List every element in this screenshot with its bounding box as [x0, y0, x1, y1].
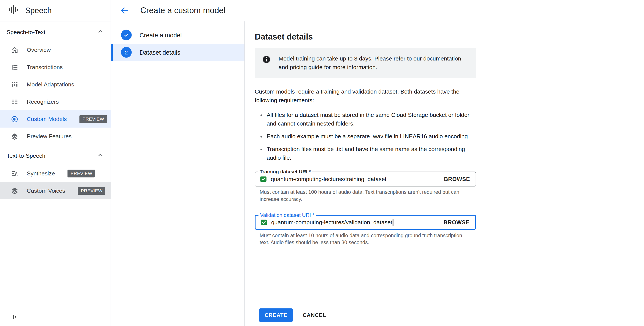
browse-validation-button[interactable]: BROWSE	[444, 219, 470, 226]
custom-models-icon	[10, 115, 18, 123]
sidebar-item-model-adaptations[interactable]: Model Adaptations	[0, 76, 111, 93]
training-dataset-uri-field[interactable]: Training dataset URI * quantum-computing…	[255, 172, 476, 187]
sidebar-item-custom-voices[interactable]: Custom Voices PREVIEW	[0, 182, 111, 199]
layers-icon	[10, 132, 18, 140]
step-label: Dataset details	[140, 49, 180, 56]
section-label: Speech-to-Text	[6, 29, 45, 35]
step-dataset-details[interactable]: 2 Dataset details	[111, 44, 244, 61]
validation-dataset-uri-field[interactable]: Validation dataset URI * quantum-computi…	[255, 215, 476, 230]
recognizers-icon	[10, 98, 18, 106]
info-banner-text: Model training can take up to 3 days. Pl…	[278, 54, 464, 72]
sidebar-item-synthesize[interactable]: Synthesize PREVIEW	[0, 164, 111, 182]
step-number: 2	[121, 47, 132, 58]
sidebar-item-transcriptions[interactable]: Transcriptions	[0, 58, 111, 76]
training-dataset-uri-value[interactable]: quantum-computing-lectures/training_data…	[271, 176, 386, 182]
layers-icon	[10, 186, 18, 195]
sidebar-item-overview[interactable]: Overview	[0, 41, 111, 58]
speech-logo-icon	[8, 4, 19, 17]
validation-dataset-helper-text: Must contain at least 10 hours of audio …	[260, 232, 467, 246]
speech-console-page: Speech Speech-to-Text Overview Transcrip…	[0, 0, 644, 326]
transcriptions-icon	[10, 63, 18, 71]
back-arrow-icon[interactable]	[118, 5, 130, 16]
section-speech-to-text[interactable]: Speech-to-Text	[0, 23, 111, 41]
sidebar-item-label: Synthesize	[27, 170, 55, 176]
sidebar-item-label: Model Adaptations	[27, 81, 74, 88]
synthesize-icon	[10, 169, 18, 177]
model-adaptations-icon	[10, 80, 18, 88]
step-label: Create a model	[140, 32, 182, 38]
home-icon	[10, 46, 18, 54]
step-complete-check-icon	[121, 30, 132, 40]
page-title: Create a custom model	[140, 6, 226, 15]
text-cursor	[392, 219, 393, 226]
requirement-item: All files for a dataset must be stored i…	[267, 111, 474, 128]
intro-text: Custom models require a training and val…	[255, 87, 466, 104]
app-title: Speech	[25, 6, 52, 15]
preview-badge: PREVIEW	[78, 187, 106, 194]
sidebar-item-recognizers[interactable]: Recognizers	[0, 93, 111, 110]
info-icon	[262, 55, 271, 66]
requirement-item: Each audio example must be a separate .w…	[267, 132, 474, 141]
sidebar-item-label: Transcriptions	[27, 64, 63, 70]
section-label: Text-to-Speech	[6, 152, 45, 159]
action-bar: CREATE CANCEL	[245, 304, 644, 326]
collapse-sidebar-icon[interactable]	[10, 312, 19, 322]
cancel-button[interactable]: CANCEL	[298, 308, 331, 322]
training-dataset-uri-label: Training dataset URI *	[258, 169, 312, 174]
create-button[interactable]: CREATE	[259, 308, 293, 322]
sidebar-item-label: Recognizers	[27, 98, 59, 105]
sidebar-item-label: Preview Features	[27, 133, 72, 139]
browse-training-button[interactable]: BROWSE	[444, 176, 470, 182]
step-create-a-model[interactable]: Create a model	[111, 26, 244, 44]
page-header: Create a custom model	[111, 0, 644, 22]
section-text-to-speech[interactable]: Text-to-Speech	[0, 146, 111, 164]
wizard-steps: Create a model 2 Dataset details	[111, 22, 245, 326]
sidebar-item-label: Custom Models	[27, 116, 67, 122]
app-header: Speech	[0, 0, 111, 22]
requirements-list: All files for a dataset must be stored i…	[267, 111, 474, 162]
chevron-up-icon[interactable]	[97, 28, 104, 36]
sidebar-item-label: Custom Voices	[27, 187, 65, 194]
sidebar-item-label: Overview	[27, 46, 51, 53]
info-banner: Model training can take up to 3 days. Pl…	[255, 48, 476, 78]
storage-bucket-check-icon	[260, 219, 267, 226]
training-dataset-helper-text: Must contain at least 100 hours of audio…	[260, 189, 467, 203]
preview-badge: PREVIEW	[80, 115, 107, 123]
storage-bucket-check-icon	[260, 176, 267, 183]
sidebar: Speech Speech-to-Text Overview Transcrip…	[0, 0, 111, 326]
sidebar-item-custom-models[interactable]: Custom Models PREVIEW	[0, 110, 111, 128]
validation-dataset-uri-value[interactable]: quantum-computing-lectures/validation_da…	[271, 219, 392, 226]
validation-dataset-uri-label: Validation dataset URI *	[258, 212, 316, 218]
section-title: Dataset details	[255, 32, 644, 42]
dataset-details-panel: Dataset details Model training can take …	[245, 22, 644, 304]
sidebar-item-preview-features[interactable]: Preview Features	[0, 128, 111, 145]
chevron-up-icon[interactable]	[97, 151, 104, 160]
requirement-item: Transcription files must be .txt and hav…	[267, 145, 474, 162]
preview-badge: PREVIEW	[68, 169, 95, 177]
